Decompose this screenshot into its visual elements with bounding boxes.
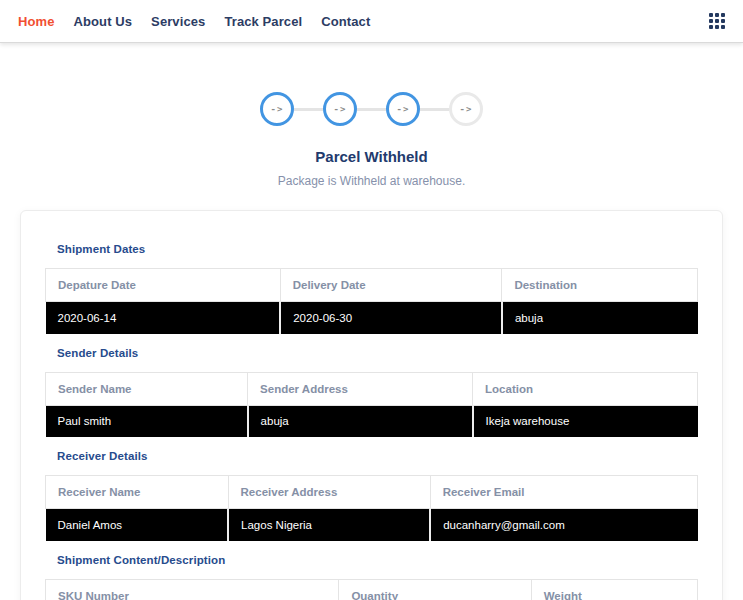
column-header-sku-number: SKU Number: [46, 579, 339, 600]
step-connector: [357, 108, 386, 111]
nav-links: HomeAbout UsServicesTrack ParcelContact: [18, 12, 389, 30]
tracker-step-circle: ->: [449, 92, 483, 126]
receiver-details-section: Receiver Details Receiver NameReceiver A…: [45, 450, 698, 541]
nav-item-contact[interactable]: Contact: [321, 14, 370, 29]
column-header-receiver-email: Receiver Email: [430, 476, 697, 509]
arrow-icon: ->: [334, 105, 347, 114]
status-title: Parcel Withheld: [0, 148, 743, 165]
shipment-content-description-section: Shipment Content/Description SKU NumberQ…: [45, 554, 698, 600]
shipment-dates-section: Shipment Dates Depature DateDelivery Dat…: [45, 243, 698, 334]
column-header-weight: Weight: [531, 579, 697, 600]
cell-sender-address: abuja: [248, 405, 473, 437]
progress-stepper: -> -> -> ->: [0, 92, 743, 126]
column-header-sender-address: Sender Address: [248, 372, 473, 405]
column-header-sender-name: Sender Name: [46, 372, 248, 405]
cell-sender-name: Paul smith: [46, 405, 248, 437]
table-data-row: Daniel AmosLagos Nigeriaducanharry@gmail…: [46, 509, 698, 541]
column-header-location: Location: [473, 372, 698, 405]
table-data-row: 2020-06-142020-06-30abuja: [46, 302, 698, 334]
tracking-status-section: -> -> -> -> Parcel Withheld Package is W…: [0, 92, 743, 188]
arrow-icon: ->: [460, 105, 473, 114]
table-header-row: SKU NumberQuantityWeight: [46, 579, 698, 600]
cell-delivery-date: 2020-06-30: [280, 302, 502, 334]
section-heading: Receiver Details: [57, 450, 698, 462]
cell-destination: abuja: [502, 302, 698, 334]
shipment-details-card: Shipment Dates Depature DateDelivery Dat…: [20, 210, 723, 600]
table-data-row: Paul smithabujaIkeja warehouse: [46, 405, 698, 437]
section-heading: Shipment Dates: [57, 243, 698, 255]
cell-receiver-email: ducanharry@gmail.com: [430, 509, 697, 541]
shipment-content-description-table: SKU NumberQuantityWeight: [45, 579, 698, 600]
arrow-icon: ->: [397, 105, 410, 114]
tracker-step-circle: ->: [323, 92, 357, 126]
step-connector: [294, 108, 323, 111]
cell-location: Ikeja warehouse: [473, 405, 698, 437]
sender-details-table: Sender NameSender AddressLocation Paul s…: [45, 372, 698, 438]
cell-receiver-name: Daniel Amos: [46, 509, 229, 541]
table-header-row: Receiver NameReceiver AddressReceiver Em…: [46, 476, 698, 509]
top-nav: HomeAbout UsServicesTrack ParcelContact: [0, 0, 743, 43]
column-header-destination: Destination: [502, 269, 698, 302]
tracker-step-circle: ->: [386, 92, 420, 126]
column-header-delivery-date: Delivery Date: [280, 269, 502, 302]
cell-receiver-address: Lagos Nigeria: [228, 509, 430, 541]
column-header-depature-date: Depature Date: [46, 269, 281, 302]
column-header-receiver-address: Receiver Address: [228, 476, 430, 509]
section-heading: Shipment Content/Description: [57, 554, 698, 566]
status-subtitle: Package is Withheld at warehouse.: [0, 174, 743, 188]
table-header-row: Sender NameSender AddressLocation: [46, 372, 698, 405]
nav-item-track-parcel[interactable]: Track Parcel: [224, 14, 302, 29]
step-connector: [420, 108, 449, 111]
sender-details-section: Sender Details Sender NameSender Address…: [45, 347, 698, 438]
arrow-icon: ->: [271, 105, 284, 114]
tracker-step-circle: ->: [260, 92, 294, 126]
column-header-quantity: Quantity: [339, 579, 531, 600]
column-header-receiver-name: Receiver Name: [46, 476, 229, 509]
nav-item-about-us[interactable]: About Us: [74, 14, 133, 29]
cell-depature-date: 2020-06-14: [46, 302, 281, 334]
shipment-dates-table: Depature DateDelivery DateDestination 20…: [45, 268, 698, 334]
nav-item-home[interactable]: Home: [18, 14, 55, 29]
table-header-row: Depature DateDelivery DateDestination: [46, 269, 698, 302]
apps-grid-icon[interactable]: [707, 11, 727, 31]
section-heading: Sender Details: [57, 347, 698, 359]
nav-item-services[interactable]: Services: [151, 14, 205, 29]
receiver-details-table: Receiver NameReceiver AddressReceiver Em…: [45, 475, 698, 541]
